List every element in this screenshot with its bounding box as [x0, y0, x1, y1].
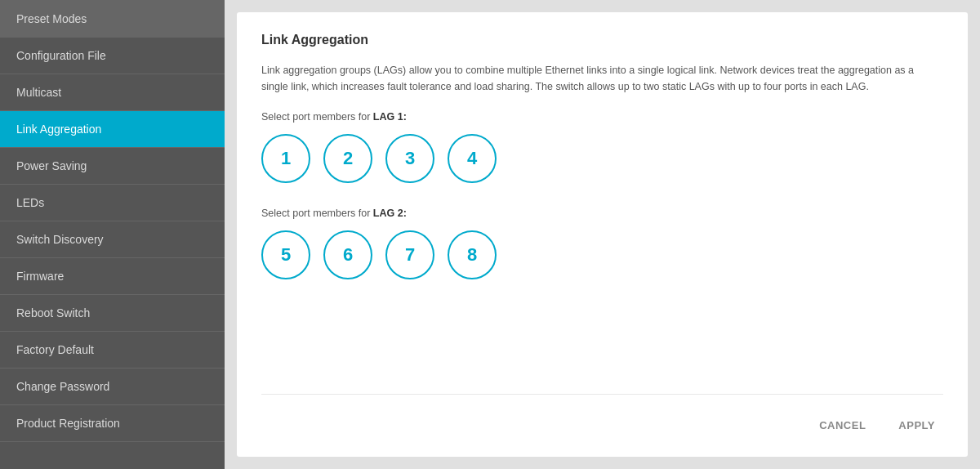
- lag1-label-prefix: Select port members for: [261, 111, 373, 123]
- sidebar-item-factory-default[interactable]: Factory Default: [0, 332, 225, 368]
- lag2-label-name: LAG 2:: [373, 208, 407, 219]
- sidebar-item-link-aggregation[interactable]: Link Aggregation: [0, 111, 225, 148]
- panel-title: Link Aggregation: [261, 33, 943, 47]
- lag1-label: Select port members for LAG 1:: [261, 111, 943, 123]
- port-btn-port-7[interactable]: 7: [385, 230, 434, 279]
- sidebar-item-firmware[interactable]: Firmware: [0, 258, 225, 295]
- divider: [261, 394, 943, 395]
- port-btn-port-3[interactable]: 3: [385, 134, 434, 183]
- content-panel: Link Aggregation Link aggregation groups…: [237, 12, 968, 457]
- sidebar-item-preset-modes[interactable]: Preset Modes: [0, 0, 225, 38]
- description: Link aggregation groups (LAGs) allow you…: [261, 62, 943, 95]
- sidebar-item-switch-discovery[interactable]: Switch Discovery: [0, 221, 225, 258]
- cancel-button[interactable]: CANCEL: [811, 414, 874, 436]
- sidebar-item-product-registration[interactable]: Product Registration: [0, 405, 225, 442]
- sidebar-item-reboot-switch[interactable]: Reboot Switch: [0, 295, 225, 332]
- sidebar-item-power-saving[interactable]: Power Saving: [0, 148, 225, 185]
- lag2-port-buttons: 5678: [261, 230, 943, 279]
- lag1-section: Select port members for LAG 1: 1234: [261, 111, 943, 191]
- port-btn-port-1[interactable]: 1: [261, 134, 310, 183]
- sidebar-item-multicast[interactable]: Multicast: [0, 74, 225, 111]
- sidebar-item-change-password[interactable]: Change Password: [0, 368, 225, 405]
- port-btn-port-5[interactable]: 5: [261, 230, 310, 279]
- action-row: CANCEL APPLY: [261, 406, 943, 436]
- lag2-section: Select port members for LAG 2: 5678: [261, 208, 943, 288]
- lag1-label-name: LAG 1:: [373, 111, 407, 123]
- lag2-label: Select port members for LAG 2:: [261, 208, 943, 219]
- sidebar-item-configuration-file[interactable]: Configuration File: [0, 38, 225, 74]
- lag2-label-prefix: Select port members for: [261, 208, 373, 219]
- lag1-port-buttons: 1234: [261, 134, 943, 183]
- sidebar: Preset ModesConfiguration FileMulticastL…: [0, 0, 225, 469]
- apply-button[interactable]: APPLY: [890, 414, 943, 436]
- port-btn-port-4[interactable]: 4: [448, 134, 497, 183]
- port-btn-port-8[interactable]: 8: [448, 230, 497, 279]
- port-btn-port-2[interactable]: 2: [323, 134, 372, 183]
- main-content: Link Aggregation Link aggregation groups…: [225, 0, 980, 469]
- port-btn-port-6[interactable]: 6: [323, 230, 372, 279]
- sidebar-item-leds[interactable]: LEDs: [0, 185, 225, 221]
